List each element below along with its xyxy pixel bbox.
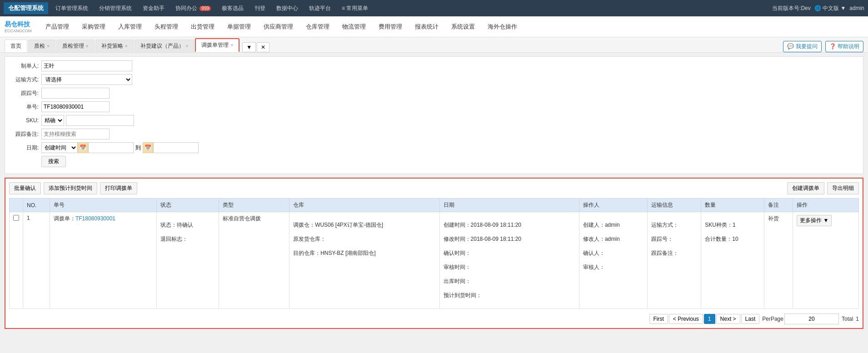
search-form: 制单人: 运输方式: 请选择 跟踪号: 单号: SKU: 精确 模糊: [5, 56, 863, 174]
page-next-btn[interactable]: Next >: [716, 314, 740, 324]
order-no-input[interactable]: [41, 101, 110, 112]
print-transfer-btn[interactable]: 打印调拨单: [100, 182, 137, 194]
menu-outbound[interactable]: 出货管理: [185, 21, 221, 33]
menu-supplier[interactable]: 供应商管理: [257, 21, 299, 33]
nav-distribution[interactable]: 分销管理系统: [94, 3, 137, 14]
status-text: 状态：待确认: [160, 222, 193, 228]
tab-restock-advice[interactable]: 补货建议（产品） ×: [135, 40, 195, 52]
date-from-input[interactable]: [88, 142, 134, 153]
tab-home[interactable]: 首页: [5, 40, 27, 52]
more-actions-btn[interactable]: 更多操作 ▼: [797, 215, 832, 226]
tab-restock-advice-close[interactable]: ×: [186, 44, 189, 49]
menu-settings[interactable]: 系统设置: [445, 21, 481, 33]
menu-inbound[interactable]: 入库管理: [112, 21, 148, 33]
nav-common-menu[interactable]: ≡ 常用菜单: [336, 3, 374, 14]
menu-warehouse[interactable]: 仓库管理: [299, 21, 336, 33]
form-row-date: 日期: 创建时间 修改时间 📅 到 📅: [10, 142, 858, 153]
page-prev-btn[interactable]: < Previous: [669, 314, 703, 324]
nav-order-mgmt[interactable]: 订单管理系统: [50, 3, 94, 14]
help-docs-btn[interactable]: ❓ 帮助说明: [825, 41, 863, 52]
row-operator: 创建人：admin 修改人：admin 确认人： 审核人：: [579, 212, 647, 309]
batch-confirm-btn[interactable]: 批量确认: [9, 182, 41, 194]
menu-product[interactable]: 产品管理: [39, 21, 75, 33]
audit-time: 审核时间：: [444, 264, 575, 271]
tab-quality-mgmt[interactable]: 质检管理 ×: [56, 40, 95, 52]
page-current-btn[interactable]: 1: [704, 314, 715, 324]
results-area: 批量确认 添加预计到货时间 打印调拨单 创建调拨单 导出明细 NO. 单号 状态…: [5, 178, 863, 329]
form-row-tracking: 跟踪号:: [10, 88, 858, 99]
tab-quality-mgmt-close[interactable]: ×: [86, 44, 89, 49]
menu-fees[interactable]: 费用管理: [372, 21, 409, 33]
col-checkbox: [10, 199, 23, 212]
menu-documents[interactable]: 单据管理: [221, 21, 257, 33]
nav-products[interactable]: 极客选品: [216, 3, 249, 14]
nav-collab[interactable]: 协同办公 999: [170, 3, 216, 14]
tab-restock-strategy[interactable]: 补货策略 ×: [95, 40, 134, 52]
brand-label[interactable]: 仓配管理系统: [4, 2, 48, 14]
tab-transfer-order[interactable]: 调拨单管理 ×: [195, 38, 239, 52]
nav-data-center[interactable]: 数据中心: [271, 3, 304, 14]
menu-reports[interactable]: 报表统计: [409, 21, 445, 33]
order-no-link[interactable]: TF18080930001: [75, 215, 115, 222]
tab-right-buttons: 💬 我要提问 ❓ 帮助说明: [783, 41, 863, 52]
transport-select[interactable]: 请选择: [41, 74, 132, 85]
search-button[interactable]: 搜索: [41, 156, 66, 167]
transfer-warehouse: 调拨仓：WUS06 [4PX订单宝-德国仓]: [293, 221, 435, 229]
total-label: Total: [842, 316, 853, 322]
row-checkbox[interactable]: [13, 215, 19, 221]
language-selector[interactable]: 🌐 中文版 ▼: [814, 5, 846, 12]
date-to-calendar-btn[interactable]: 📅: [143, 142, 153, 153]
create-transfer-btn[interactable]: 创建调拨单: [787, 182, 824, 194]
nav-publish[interactable]: 刊登: [249, 3, 271, 14]
remark-input[interactable]: [41, 129, 110, 139]
sku-input[interactable]: [66, 115, 134, 126]
modifier: 修改人：admin: [583, 235, 644, 243]
per-page-input[interactable]: [784, 313, 839, 324]
page-first-btn[interactable]: First: [649, 314, 668, 324]
tab-close-all-btn[interactable]: ✕: [257, 42, 269, 52]
date-from-calendar-btn[interactable]: 📅: [78, 142, 88, 153]
user-label[interactable]: admin: [849, 5, 864, 11]
confirm-time: 确认时间：: [444, 249, 575, 257]
table-body: 1 调拨单：TF18080930001 状态：待确认 退回标志： 标准自营仓调拨…: [10, 212, 859, 309]
menu-headtrip[interactable]: 头程管理: [148, 21, 185, 33]
date-type-select[interactable]: 创建时间 修改时间: [41, 142, 78, 153]
date-to-input[interactable]: [153, 142, 199, 153]
row-remark: 补货: [764, 212, 793, 309]
ask-question-btn[interactable]: 💬 我要提问: [783, 41, 821, 52]
tab-quality-check[interactable]: 质检 ×: [28, 40, 55, 52]
tab-quality-check-label: 质检: [34, 42, 45, 50]
tab-dropdown-btn[interactable]: ▼: [242, 42, 256, 52]
page-last-btn[interactable]: Last: [741, 314, 760, 324]
creator: 创建人：admin: [583, 221, 644, 229]
col-status: 状态: [157, 199, 219, 212]
add-eta-btn[interactable]: 添加预计到货时间: [44, 182, 97, 194]
tab-home-label: 首页: [10, 42, 21, 50]
tracking-input[interactable]: [41, 88, 110, 99]
tab-restock-strategy-close[interactable]: ×: [125, 44, 128, 49]
col-order-no: 单号: [50, 199, 156, 212]
tab-quality-check-close[interactable]: ×: [47, 44, 50, 49]
nav-finance[interactable]: 资金助手: [137, 3, 170, 14]
export-detail-btn[interactable]: 导出明细: [827, 182, 859, 194]
col-warehouse: 仓库: [289, 199, 439, 212]
menu-logistics[interactable]: 物流管理: [336, 21, 372, 33]
creator-input[interactable]: [41, 60, 132, 71]
nav-tracking[interactable]: 轨迹平台: [304, 3, 336, 14]
tab-transfer-order-label: 调拨单管理: [201, 41, 229, 49]
form-row-search-btn: 搜索: [10, 156, 858, 167]
outbound-time: 出库时间：: [444, 278, 575, 285]
menu-purchase[interactable]: 采购管理: [75, 21, 112, 33]
eta-time: 预计到货时间：: [444, 292, 575, 299]
col-remark: 备注: [764, 199, 793, 212]
tab-quality-mgmt-label: 质检管理: [62, 42, 84, 50]
remark-label: 跟踪备注:: [10, 130, 41, 138]
total-quantity: 合计数量：10: [705, 235, 760, 243]
tracking-remark: 跟踪备注：: [651, 249, 697, 257]
menu-overseas[interactable]: 海外仓操作: [481, 21, 524, 33]
row-checkbox-cell: [10, 212, 23, 309]
tab-transfer-order-close[interactable]: ×: [230, 43, 233, 48]
col-operator: 操作人: [579, 199, 647, 212]
secondary-navigation: 易仓科技 ECCANGCOM 产品管理 采购管理 入库管理 头程管理 出货管理 …: [0, 16, 868, 37]
sku-match-select[interactable]: 精确 模糊: [41, 115, 64, 126]
